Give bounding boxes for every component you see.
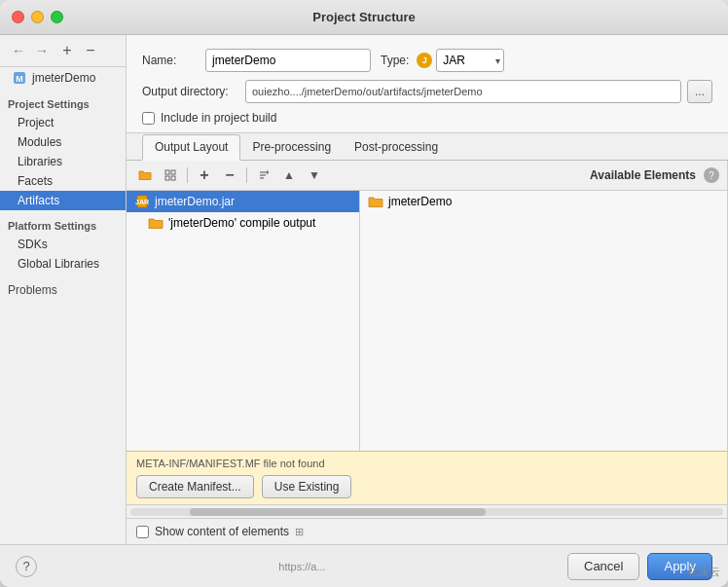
traffic-lights xyxy=(12,11,63,23)
remove-item-button[interactable]: − xyxy=(82,42,99,59)
include-label[interactable]: Include in project build xyxy=(161,111,276,125)
left-tree: JAR jmeterDemo.jar 'jmeterDemo' compile … xyxy=(127,191,360,451)
output-pane: + − ▲ ▼ Availab xyxy=(127,161,728,544)
remove-output-btn[interactable]: − xyxy=(219,165,240,186)
sidebar-item-libraries[interactable]: Libraries xyxy=(0,152,126,171)
show-content-label[interactable]: Show content of elements xyxy=(155,525,289,538)
help-icon[interactable]: ? xyxy=(704,167,719,183)
svg-text:M: M xyxy=(16,74,23,84)
sidebar-tree-jmeter[interactable]: M jmeterDemo xyxy=(0,67,126,89)
show-content-row: Show content of elements ⊞ xyxy=(127,518,727,544)
project-settings-header: Project Settings xyxy=(0,89,126,113)
output-dir-row: Output directory: ... xyxy=(142,80,712,103)
footer-url: https://a... xyxy=(278,561,325,572)
output-dir-label: Output directory: xyxy=(142,85,239,98)
use-existing-button[interactable]: Use Existing xyxy=(262,475,352,498)
name-label: Name: xyxy=(142,54,196,67)
include-checkbox[interactable] xyxy=(142,112,155,125)
jar-icon: JAR xyxy=(134,194,150,209)
sidebar-item-problems[interactable]: Problems xyxy=(0,274,126,300)
type-select-wrapper: JAR WAR ▾ xyxy=(436,49,504,72)
sort-icon-btn[interactable] xyxy=(253,165,274,186)
watermark: 亿速云 xyxy=(688,565,720,579)
create-manifest-button[interactable]: Create Manifest... xyxy=(136,475,254,498)
folder-icon xyxy=(148,215,164,231)
window-title: Project Structure xyxy=(312,10,415,24)
output-split: JAR jmeterDemo.jar 'jmeterDemo' compile … xyxy=(127,191,727,451)
platform-settings-header: Platform Settings xyxy=(0,210,126,235)
right-elements: jmeterDemo xyxy=(360,191,727,451)
name-row: Name: Type: J JAR WAR xyxy=(142,49,712,72)
notification-buttons: Create Manifest... Use Existing xyxy=(136,475,717,498)
tab-post-processing[interactable]: Post-processing xyxy=(343,134,450,161)
move-down-btn[interactable]: ▼ xyxy=(304,165,325,186)
separator2 xyxy=(246,167,247,183)
nav-forward-button[interactable]: → xyxy=(31,41,53,60)
type-jar-icon: J xyxy=(417,53,432,68)
show-content-checkbox[interactable] xyxy=(136,526,149,538)
folder-available-icon xyxy=(368,194,383,209)
type-select[interactable]: JAR WAR xyxy=(436,49,504,72)
tab-output-layout[interactable]: Output Layout xyxy=(142,134,240,161)
sidebar-item-global-libraries[interactable]: Global Libraries xyxy=(0,254,126,274)
separator xyxy=(187,167,188,183)
minimize-button[interactable] xyxy=(31,11,44,23)
svg-rect-4 xyxy=(165,176,169,180)
output-dir-input[interactable] xyxy=(245,80,681,103)
move-up-btn[interactable]: ▲ xyxy=(278,165,300,186)
add-item-button[interactable]: + xyxy=(58,42,76,59)
cancel-button[interactable]: Cancel xyxy=(567,553,639,580)
footer: ? https://a... Cancel Apply 亿速云 xyxy=(0,544,728,587)
svg-text:JAR: JAR xyxy=(135,199,149,205)
sidebar-item-modules[interactable]: Modules xyxy=(0,132,126,152)
notification-message: META-INF/MANIFEST.MF file not found xyxy=(136,458,717,469)
right-panel: Name: Type: J JAR WAR xyxy=(127,35,728,544)
output-toolbar: + − ▲ ▼ Availab xyxy=(127,161,727,191)
maximize-button[interactable] xyxy=(51,11,63,23)
nav-buttons: ← → xyxy=(8,41,53,60)
svg-rect-3 xyxy=(171,170,175,174)
grid-icon-btn[interactable] xyxy=(160,165,181,186)
module-icon: M xyxy=(12,70,27,86)
sidebar-item-sdks[interactable]: SDKs xyxy=(0,235,126,254)
titlebar: Project Structure xyxy=(0,0,728,35)
sidebar: ← → + − M jmeterDemo Project Settings Pr… xyxy=(0,35,127,544)
tabs-bar: Output Layout Pre-processing Post-proces… xyxy=(127,133,728,161)
notification-bar: META-INF/MANIFEST.MF file not found Crea… xyxy=(127,451,727,504)
include-checkbox-row: Include in project build xyxy=(142,111,712,125)
type-label: Type: xyxy=(381,54,409,67)
nav-back-button[interactable]: ← xyxy=(8,41,29,60)
available-item-jmeter[interactable]: jmeterDemo xyxy=(360,191,727,212)
content-pane: + − ▲ ▼ Availab xyxy=(127,161,728,544)
scrollbar-area xyxy=(127,504,727,518)
svg-rect-5 xyxy=(171,176,175,180)
horizontal-scrollbar[interactable] xyxy=(130,508,723,516)
available-elements-label: Available Elements xyxy=(590,168,696,182)
sidebar-item-project[interactable]: Project xyxy=(0,113,126,132)
browse-button[interactable]: ... xyxy=(687,80,712,103)
name-input[interactable] xyxy=(205,49,371,72)
type-select-container: J JAR WAR ▾ xyxy=(417,49,504,72)
add-output-btn[interactable]: + xyxy=(194,165,215,186)
svg-rect-2 xyxy=(165,170,169,174)
footer-help-button[interactable]: ? xyxy=(16,556,37,577)
sidebar-item-facets[interactable]: Facets xyxy=(0,171,126,191)
main-content: ← → + − M jmeterDemo Project Settings Pr… xyxy=(0,35,728,544)
tree-item-jar[interactable]: JAR jmeterDemo.jar xyxy=(127,191,359,212)
close-button[interactable] xyxy=(12,11,24,23)
form-area: Name: Type: J JAR WAR xyxy=(127,35,728,133)
show-content-icon: ⊞ xyxy=(295,526,304,538)
sidebar-toolbar: ← → + − xyxy=(0,35,126,67)
scrollbar-thumb xyxy=(190,508,487,516)
tab-pre-processing[interactable]: Pre-processing xyxy=(240,134,343,161)
tree-item-compile-output[interactable]: 'jmeterDemo' compile output xyxy=(127,212,359,234)
sidebar-item-artifacts[interactable]: Artifacts xyxy=(0,191,126,210)
folder-icon-btn[interactable] xyxy=(134,165,156,186)
